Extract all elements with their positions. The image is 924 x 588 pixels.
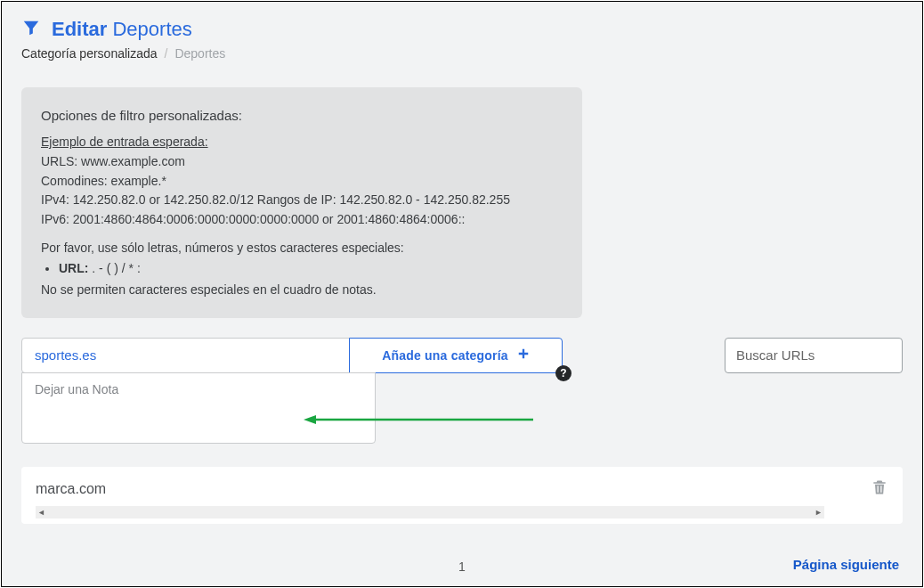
info-urls-line: URLS: www.example.com bbox=[41, 152, 563, 172]
info-ipv6-line: IPv6: 2001:4860:4864:0006:0000:0000:0000… bbox=[41, 210, 563, 230]
breadcrumb-parent[interactable]: Categoría personalizada bbox=[21, 46, 158, 61]
info-no-special: No se permiten caracteres especiales en … bbox=[41, 281, 563, 300]
breadcrumb-current: Deportes bbox=[174, 46, 225, 61]
note-input[interactable] bbox=[21, 372, 376, 444]
help-icon[interactable]: ? bbox=[555, 365, 571, 381]
add-category-button[interactable]: Añade una categoría bbox=[349, 338, 563, 373]
url-list: marca.com ◄ ► bbox=[21, 467, 903, 524]
breadcrumb: Categoría personalizada / Deportes bbox=[21, 46, 903, 61]
info-heading: Opciones de filtro personalizadas: bbox=[41, 105, 563, 126]
url-list-item-text: marca.com bbox=[36, 481, 106, 497]
plus-icon bbox=[517, 347, 530, 363]
search-urls-input[interactable] bbox=[725, 338, 903, 373]
page-title: Editar Deportes bbox=[52, 18, 192, 41]
scroll-right-icon[interactable]: ► bbox=[813, 506, 824, 519]
info-panel: Opciones de filtro personalizadas: Ejemp… bbox=[21, 87, 582, 318]
page-number: 1 bbox=[458, 559, 466, 574]
pagination: 1 bbox=[2, 559, 922, 574]
info-charset-intro: Por favor, use sólo letras, números y es… bbox=[41, 239, 563, 258]
info-wildcards-line: Comodines: example.* bbox=[41, 172, 563, 192]
breadcrumb-separator: / bbox=[165, 46, 168, 61]
list-item: marca.com bbox=[36, 478, 888, 501]
trash-icon[interactable] bbox=[871, 478, 888, 501]
info-ipv4-line: IPv4: 142.250.82.0 or 142.250.82.0/12 Ra… bbox=[41, 191, 563, 210]
info-example-label: Ejemplo de entrada esperada: bbox=[41, 133, 563, 152]
horizontal-scrollbar[interactable]: ◄ ► bbox=[36, 506, 824, 519]
info-url-chars-item: URL: . - ( ) / * : bbox=[59, 259, 563, 279]
next-page-link[interactable]: Página siguiente bbox=[793, 557, 899, 572]
url-input[interactable] bbox=[21, 338, 350, 373]
page-header: Editar Deportes bbox=[21, 18, 903, 41]
funnel-icon bbox=[21, 18, 41, 41]
add-category-label: Añade una categoría bbox=[382, 348, 508, 363]
scroll-left-icon[interactable]: ◄ bbox=[36, 506, 47, 519]
